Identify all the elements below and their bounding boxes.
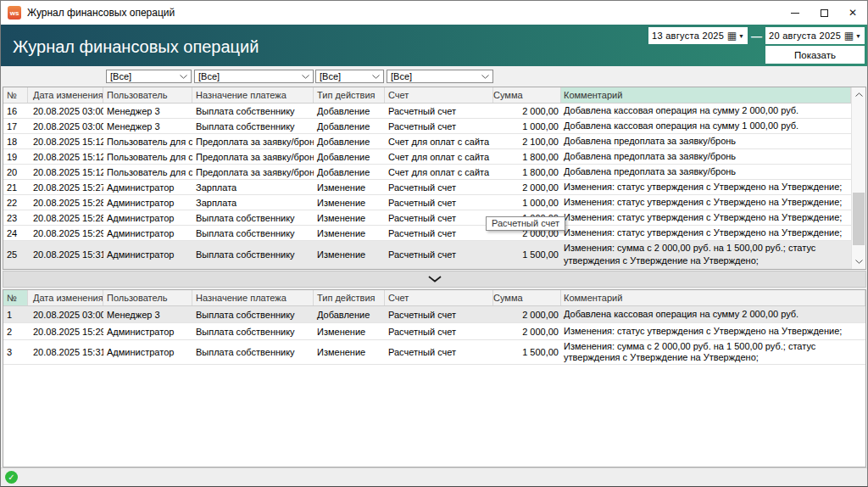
col-header-comment[interactable]: Комментарий — [561, 290, 865, 305]
col-header-comment[interactable]: Комментарий — [561, 87, 851, 103]
cell-action: Добавление — [314, 121, 385, 132]
col-header-action[interactable]: Тип действия — [314, 290, 385, 305]
col-header-num[interactable]: № — [3, 87, 28, 103]
maximize-button[interactable] — [810, 1, 838, 25]
col-header-num[interactable]: № — [3, 290, 28, 305]
app-icon: ws — [8, 6, 21, 20]
chevron-down-icon: ▼ — [855, 33, 861, 39]
cell-account: Расчетный счет — [385, 249, 493, 260]
cell-sum: 1 000,00 — [493, 198, 561, 208]
cell-purpose: Предоплата за заявку/бронь — [192, 152, 314, 162]
cell-num: 21 — [3, 182, 28, 193]
cell-action: Добавление — [314, 106, 385, 116]
table-row[interactable]: 1620.08.2025 03:00Менеджер 3Выплата собс… — [3, 104, 851, 119]
col-header-date[interactable]: Дата изменения — [28, 87, 103, 103]
cell-comment: Добавлена кассовая операция на сумму 1 0… — [561, 119, 851, 133]
cell-date: 20.08.2025 15:12 — [28, 152, 103, 162]
cell-sum: 1 800,00 — [493, 152, 561, 162]
cell-num: 16 — [3, 106, 28, 116]
cell-purpose: Выплата собственнику — [192, 249, 314, 260]
cell-account: Счет для оплат с сайта — [385, 137, 493, 147]
cell-account: Расчетный счет — [385, 310, 493, 320]
col-header-purpose[interactable]: Назначение платежа — [192, 87, 314, 103]
col-header-sum[interactable]: Сумма — [493, 290, 561, 305]
filter-account-dropdown[interactable]: [Все] — [387, 70, 493, 83]
table-row[interactable]: 320.08.2025 15:31АдминистраторВыплата со… — [3, 340, 865, 365]
cell-comment: Изменения: статус утверждения с Утвержде… — [561, 195, 851, 210]
scroll-up-button[interactable] — [852, 87, 865, 102]
cell-action: Добавление — [314, 152, 385, 162]
cell-num: 25 — [3, 249, 28, 260]
cell-date: 20.08.2025 15:29 — [28, 228, 103, 238]
col-header-sum[interactable]: Сумма — [493, 87, 561, 103]
cell-purpose: Выплата собственнику — [192, 228, 314, 238]
chevron-down-icon — [180, 75, 187, 79]
table-row[interactable]: 1720.08.2025 03:00Менеджер 3Выплата собс… — [3, 119, 851, 134]
cell-purpose: Выплата собственнику — [192, 310, 314, 320]
col-header-account[interactable]: Счет — [385, 290, 493, 305]
filter-action-value: [Все] — [320, 71, 372, 81]
cell-sum: 1 500,00 — [493, 249, 561, 260]
table-row[interactable]: 120.08.2025 03:00Менеджер 3Выплата собст… — [3, 306, 865, 323]
col-header-account[interactable]: Счет — [385, 87, 493, 103]
table-row[interactable]: 1820.08.2025 15:12Пользователь для сПред… — [3, 134, 851, 149]
table-row[interactable]: 2020.08.2025 15:12Пользователь для сПред… — [3, 165, 851, 180]
table-row[interactable]: 220.08.2025 15:29АдминистраторВыплата со… — [3, 323, 865, 340]
filter-user-value: [Все] — [110, 71, 180, 81]
col-header-purpose[interactable]: Назначение платежа — [192, 290, 314, 305]
cell-purpose: Выплата собственнику — [192, 106, 314, 116]
filter-purpose-dropdown[interactable]: [Все] — [194, 70, 314, 83]
cell-date: 20.08.2025 15:28 — [28, 198, 103, 208]
cell-action: Изменение — [314, 198, 385, 208]
cell-account: Расчетный счет — [385, 106, 493, 116]
cell-account: Расчетный счет — [385, 121, 493, 132]
col-header-date[interactable]: Дата изменения — [28, 290, 103, 305]
cell-sum: 2 000,00 — [493, 182, 561, 193]
table-row[interactable]: 2220.08.2025 15:28АдминистраторЗарплатаИ… — [3, 195, 851, 210]
cell-num: 20 — [3, 167, 28, 177]
cell-num: 19 — [3, 152, 28, 162]
scroll-down-button[interactable] — [852, 255, 865, 269]
table-row[interactable]: 2120.08.2025 15:27АдминистраторЗарплатаИ… — [3, 180, 851, 195]
cell-sum: 2 000,00 — [493, 310, 561, 320]
close-icon: ✕ — [849, 8, 857, 18]
cell-sum: 2 000,00 — [493, 106, 561, 116]
cell-sum: 1 000,00 — [493, 121, 561, 132]
filter-user-dropdown[interactable]: [Все] — [106, 70, 192, 83]
range-separator: — — [751, 30, 762, 42]
col-header-user[interactable]: Пользователь — [103, 87, 192, 103]
cell-date: 20.08.2025 15:28 — [28, 213, 103, 223]
close-button[interactable]: ✕ — [838, 1, 867, 25]
cell-user: Администратор — [103, 198, 192, 208]
cell-user: Администратор — [103, 249, 192, 260]
cell-comment: Изменения: статус утверждения с Утвержде… — [561, 210, 851, 225]
date-from-picker[interactable]: 13 августа 2025 ▦ ▼ — [648, 27, 748, 44]
cell-comment: Добавлена предоплата за заявку/бронь — [561, 134, 851, 148]
cell-num: 1 — [3, 310, 28, 320]
cell-action: Изменение — [314, 228, 385, 238]
minimize-icon — [791, 13, 799, 14]
table-row[interactable]: 1920.08.2025 15:12Пользователь для сПред… — [3, 149, 851, 165]
chevron-down-icon — [481, 75, 489, 79]
table-row[interactable]: 2520.08.2025 15:31АдминистраторВыплата с… — [3, 241, 851, 269]
scrollbar-thumb[interactable] — [853, 193, 865, 245]
journal-table: № Дата изменения Пользователь Назначение… — [3, 87, 866, 270]
chevron-down-icon — [372, 75, 380, 79]
chevron-down-icon — [428, 276, 442, 283]
col-header-action[interactable]: Тип действия — [314, 87, 385, 103]
cell-sum: 2 000,00 — [493, 327, 561, 337]
cell-date: 20.08.2025 03:00 — [28, 106, 103, 116]
vertical-scrollbar[interactable] — [851, 87, 865, 269]
show-button[interactable]: Показать — [765, 46, 865, 64]
minimize-button[interactable] — [781, 1, 810, 25]
filter-action-dropdown[interactable]: [Все] — [315, 70, 384, 83]
cell-comment: Добавлена предоплата за заявку/бронь — [561, 149, 851, 164]
col-header-user[interactable]: Пользователь — [103, 290, 192, 305]
table-row[interactable]: 2420.08.2025 15:29АдминистраторВыплата с… — [3, 226, 851, 241]
date-to-picker[interactable]: 20 августа 2025 ▦ ▼ — [765, 27, 865, 44]
cell-comment: Изменения: статус утверждения с Утвержде… — [561, 180, 851, 194]
cell-num: 2 — [3, 327, 28, 337]
cell-sum: 2 100,00 — [493, 137, 561, 147]
table-row[interactable]: 2320.08.2025 15:28АдминистраторВыплата с… — [3, 210, 851, 226]
collapse-splitter-button[interactable] — [3, 271, 866, 288]
